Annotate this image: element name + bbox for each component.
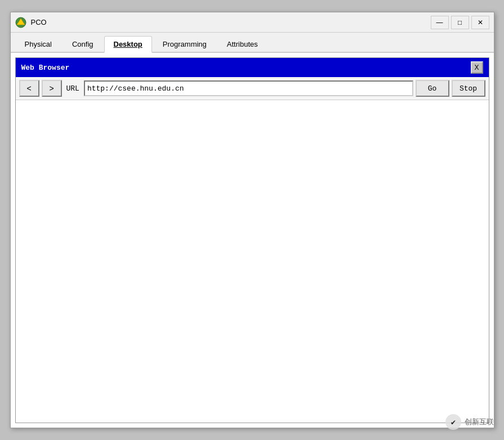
web-browser-panel: Web Browser X < > URL Go Stop — [15, 57, 489, 423]
app-icon — [15, 17, 26, 28]
tab-physical[interactable]: Physical — [15, 36, 61, 53]
title-bar: PCO — □ ✕ — [11, 12, 494, 33]
watermark-text: 创新互联 — [465, 417, 494, 427]
back-button[interactable]: < — [19, 80, 39, 97]
browser-viewport — [16, 100, 489, 423]
close-button[interactable]: ✕ — [471, 16, 489, 29]
go-button[interactable]: Go — [416, 80, 449, 97]
content-area: Web Browser X < > URL Go Stop — [11, 53, 494, 428]
tab-config[interactable]: Config — [63, 36, 103, 53]
window-title: PCO — [31, 18, 47, 26]
web-browser-title: Web Browser — [21, 64, 70, 72]
watermark-check: ✔ — [451, 417, 456, 427]
minimize-button[interactable]: — — [431, 16, 449, 29]
main-window: PCO — □ ✕ Physical Config Desktop Progra… — [10, 12, 494, 428]
watermark: ✔ 创新互联 — [445, 414, 494, 430]
url-input[interactable] — [84, 80, 413, 96]
forward-button[interactable]: > — [42, 80, 62, 97]
tab-attributes[interactable]: Attributes — [217, 36, 267, 53]
title-bar-controls: — □ ✕ — [431, 16, 489, 29]
navigation-bar: < > URL Go Stop — [16, 77, 489, 100]
web-browser-header: Web Browser X — [16, 58, 489, 77]
url-label: URL — [64, 84, 82, 93]
maximize-button[interactable]: □ — [451, 16, 469, 29]
tab-programming[interactable]: Programming — [153, 36, 216, 53]
title-bar-left: PCO — [15, 17, 47, 28]
stop-button[interactable]: Stop — [452, 80, 485, 97]
tab-bar: Physical Config Desktop Programming Attr… — [11, 33, 494, 53]
watermark-icon: ✔ — [445, 414, 461, 430]
web-browser-close-button[interactable]: X — [471, 61, 483, 74]
tab-desktop[interactable]: Desktop — [104, 36, 152, 53]
